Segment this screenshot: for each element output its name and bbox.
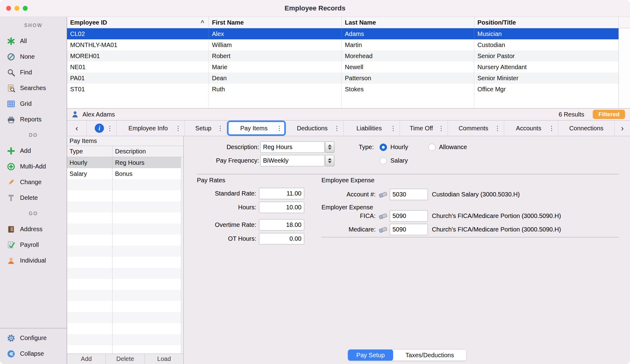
tab-menu-icon[interactable]	[438, 125, 444, 132]
medicare-account-field[interactable]	[390, 224, 428, 235]
type-salary-label[interactable]: Salary	[390, 155, 408, 166]
cell-last-name: Adams	[342, 28, 474, 39]
pay-setup-tab[interactable]: Pay Setup	[348, 350, 393, 361]
fica-account-field[interactable]	[390, 210, 428, 222]
account-number-field[interactable]	[390, 189, 428, 200]
column-header-first-name[interactable]: First Name	[209, 17, 342, 28]
column-header-type[interactable]: Type	[67, 146, 113, 157]
fica-lookup-icon[interactable]	[378, 212, 388, 220]
table-row[interactable]: MOREH01 Robert Morehead Senior Pastor	[67, 50, 619, 61]
column-header-last-name[interactable]: Last Name	[342, 17, 474, 28]
pay-items-scrollbar[interactable]	[181, 157, 183, 354]
pay-items-actions: Add Delete Load	[67, 354, 183, 364]
medicare-lookup-icon[interactable]	[378, 225, 388, 234]
tab-menu-icon[interactable]	[107, 125, 113, 132]
pay-item-row[interactable]: Salary Bonus	[67, 168, 181, 179]
ot-hours-label: OT Hours:	[195, 233, 256, 244]
sidebar-item-add[interactable]: Add	[0, 143, 67, 159]
tab-setup[interactable]: Setup	[185, 121, 227, 136]
sidebar-item-payroll[interactable]: Payroll	[0, 237, 67, 253]
type-allowance-radio[interactable]	[428, 144, 436, 151]
load-pay-item-button[interactable]: Load	[145, 354, 183, 364]
sidebar-item-change[interactable]: Change	[0, 174, 67, 190]
tab-deductions[interactable]: Deductions	[286, 121, 344, 136]
type-salary-radio[interactable]	[380, 157, 387, 164]
sidebar-item-label: Collapse	[20, 350, 44, 357]
tab-menu-icon[interactable]	[175, 125, 181, 132]
table-row[interactable]: CL02 Alex Adams Musician	[67, 28, 619, 39]
taxes-deductions-tab[interactable]: Taxes/Deductions	[393, 350, 466, 361]
standard-rate-field[interactable]	[259, 188, 304, 199]
sidebar-item-label: Searches	[20, 85, 46, 92]
table-row[interactable]: PA01 Dean Patterson Senior Minister	[67, 73, 619, 84]
tab-menu-icon[interactable]	[334, 125, 340, 132]
individual-icon	[7, 256, 15, 265]
overtime-rate-field[interactable]	[259, 219, 304, 231]
sidebar-item-label: Change	[20, 179, 42, 186]
sidebar-item-address[interactable]: Address	[0, 221, 67, 237]
tab-comments[interactable]: Comments	[448, 121, 504, 136]
sidebar-item-collapse[interactable]: Collapse	[0, 346, 67, 362]
hours-label: Hours:	[195, 202, 256, 213]
sidebar: SHOW All None Find Searches Grid Reports…	[0, 17, 67, 364]
add-pay-item-button[interactable]: Add	[67, 354, 106, 364]
sidebar-item-label: Multi-Add	[20, 163, 46, 170]
zoom-window-button[interactable]	[23, 6, 28, 11]
sidebar-item-all[interactable]: All	[0, 33, 67, 49]
sidebar-item-delete[interactable]: Delete	[0, 190, 67, 206]
empty-row	[67, 312, 181, 323]
tab-pay-items[interactable]: Pay Items	[227, 121, 286, 136]
tab-menu-icon[interactable]	[548, 125, 555, 132]
record-header: Alex Adams 6 Results Filtered	[67, 109, 630, 121]
pay-item-row[interactable]: Hourly Reg Hours	[67, 157, 181, 168]
sidebar-item-find[interactable]: Find	[0, 65, 67, 80]
sidebar-item-none[interactable]: None	[0, 49, 67, 65]
tabs-scroll-right-button[interactable]: ›	[615, 121, 630, 136]
sort-ascending-icon[interactable]: ^	[201, 19, 204, 26]
sidebar-item-searches[interactable]: Searches	[0, 80, 67, 96]
record-info-tab[interactable]: i	[87, 121, 117, 136]
pay-frequency-dropdown-button[interactable]	[325, 155, 334, 166]
table-row[interactable]: MONTHLY-MA01 William Martin Custodian	[67, 39, 619, 50]
column-header-position[interactable]: Position/Title	[474, 17, 619, 28]
empty-row	[67, 235, 181, 246]
sidebar-item-individual[interactable]: Individual	[0, 253, 67, 268]
tab-time-off[interactable]: Time Off	[400, 121, 448, 136]
tab-liabilities[interactable]: Liabilities	[344, 121, 400, 136]
ot-hours-field[interactable]	[259, 233, 304, 244]
tab-connections[interactable]: Connections	[558, 121, 615, 136]
type-allowance-label[interactable]: Allowance	[439, 141, 467, 153]
account-lookup-icon[interactable]	[378, 190, 388, 199]
empty-row	[67, 268, 181, 279]
cell-last-name: Stokes	[342, 84, 474, 95]
record-name: Alex Adams	[82, 111, 115, 118]
delete-pay-item-button[interactable]: Delete	[106, 354, 145, 364]
tab-menu-icon[interactable]	[217, 125, 223, 132]
table-scrollbar[interactable]	[619, 28, 630, 108]
type-hourly-radio[interactable]	[380, 144, 387, 151]
tab-accounts[interactable]: Accounts	[504, 121, 558, 136]
pay-frequency-select[interactable]: BiWeekly	[260, 155, 325, 166]
type-hourly-label[interactable]: Hourly	[390, 141, 408, 153]
minimize-window-button[interactable]	[14, 6, 19, 11]
tabs-scroll-left-button[interactable]: ‹	[67, 121, 87, 136]
tab-menu-icon[interactable]	[276, 125, 282, 132]
table-row[interactable]: ST01 Ruth Stokes Office Mgr	[67, 84, 619, 95]
description-select[interactable]: Reg Hours	[260, 141, 325, 153]
cell-position: Senior Pastor	[474, 50, 619, 61]
filtered-badge[interactable]: Filtered	[593, 110, 625, 119]
empty-row	[67, 246, 181, 257]
tab-employee-info[interactable]: Employee Info	[117, 121, 185, 136]
sidebar-item-grid[interactable]: Grid	[0, 96, 67, 112]
tab-menu-icon[interactable]	[390, 125, 396, 132]
close-window-button[interactable]	[6, 6, 11, 11]
hours-field[interactable]	[259, 202, 304, 213]
sidebar-item-configure[interactable]: Configure	[0, 330, 67, 346]
sidebar-item-multi-add[interactable]: Multi-Add	[0, 159, 67, 174]
column-header-description[interactable]: Description	[113, 146, 183, 157]
tab-menu-icon[interactable]	[494, 125, 500, 132]
section-divider	[321, 237, 619, 237]
table-row[interactable]: NE01 Marie Newell Nursery Attendant	[67, 61, 619, 73]
sidebar-item-reports[interactable]: Reports	[0, 112, 67, 127]
column-header-employee-id[interactable]: Employee ID ^	[67, 17, 209, 28]
